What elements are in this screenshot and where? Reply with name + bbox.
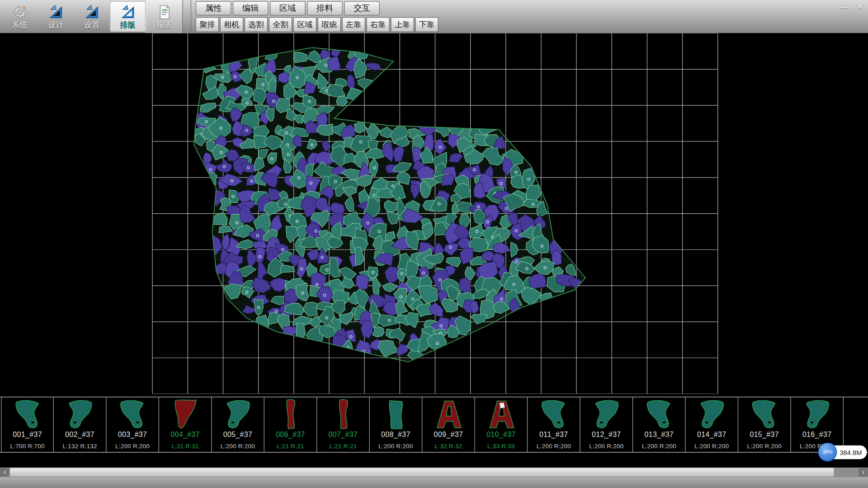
tool-align-right[interactable]: 右靠 — [366, 17, 389, 32]
tool-align-left[interactable]: 左靠 — [342, 17, 365, 32]
menu-nesting[interactable]: 排料 — [307, 1, 342, 15]
piece-name: 004_#37 — [170, 431, 200, 439]
app-window: 系统 设计 设置 排版 — [0, 0, 868, 488]
piece-lr-count: L:200 R:200 — [115, 443, 150, 450]
close-button[interactable]: ✕ — [855, 2, 865, 12]
piece-thumb-003_#37[interactable]: 003_#37L:200 R:200 — [106, 397, 159, 452]
menu-edit[interactable]: 编辑 — [233, 1, 268, 15]
set-square-icon — [48, 4, 63, 19]
gear-icon — [12, 4, 27, 19]
piece-name: 011_#37 — [539, 431, 568, 439]
nesting-canvas[interactable] — [0, 33, 868, 394]
piece-name: 007_#37 — [329, 431, 358, 439]
nav-label-layout: 排版 — [120, 20, 135, 29]
piece-thumb-014_#37[interactable]: 014_#37L:200 R:200 — [686, 397, 738, 452]
nav-label-system: 系统 — [12, 20, 27, 29]
menu-area: 属性 编辑 区域 排料 交互 聚排 相机 选割 全割 区域 瑕疵 左靠 右靠 上… — [191, 0, 439, 33]
menu-interaction[interactable]: 交互 — [344, 1, 379, 15]
piece-shape — [484, 399, 518, 431]
tool-camera[interactable]: 相机 — [220, 17, 243, 32]
menu-properties[interactable]: 属性 — [196, 1, 231, 15]
piece-thumb-009_#37[interactable]: 009_#37L:32 R:32 — [422, 397, 475, 452]
piece-shape — [10, 399, 45, 431]
piece-thumb-008_#37[interactable]: 008_#37L:200 R:200 — [370, 397, 422, 452]
tool-region[interactable]: 区域 — [293, 17, 316, 32]
piece-thumb-002_#37[interactable]: 002_#37L:132 R:132 — [54, 397, 106, 452]
nav-label-design: 设计 — [48, 20, 63, 29]
nav-design[interactable]: 设计 — [38, 0, 74, 33]
piece-name: 012_#37 — [592, 431, 621, 439]
piece-lr-count: L:200 R:200 — [694, 443, 729, 450]
progress-percent-badge: 38% — [818, 443, 837, 462]
nesting-drawing — [0, 33, 868, 394]
piece-thumb-012_#37[interactable]: 012_#37L:200 R:200 — [580, 397, 633, 452]
scroll-right-button[interactable]: › — [859, 468, 868, 477]
nav-label-settings: 设置 — [84, 20, 99, 29]
piece-name: 003_#37 — [118, 431, 147, 439]
nav-report[interactable]: 报表 — [146, 0, 183, 33]
piece-lr-count: L:132 R:132 — [62, 443, 97, 450]
piece-shape — [115, 399, 150, 431]
set-square-icon — [84, 4, 99, 19]
piece-shape — [168, 399, 202, 431]
minimize-button[interactable]: — — [839, 2, 849, 12]
piece-lr-count: L:32 R:32 — [435, 443, 462, 450]
tool-align-bottom[interactable]: 下靠 — [415, 17, 438, 32]
piece-thumb-006_#37[interactable]: 006_#37L:21 R:21 — [264, 397, 317, 452]
piece-lr-count: L:200 R:200 — [221, 443, 255, 450]
piece-name: 013_#37 — [644, 431, 674, 439]
piece-lr-count: L:33 R:33 — [487, 443, 515, 450]
tool-row: 聚排 相机 选割 全割 区域 瑕疵 左靠 右靠 上靠 下靠 — [196, 17, 439, 32]
piece-name: 001_#37 — [13, 431, 42, 439]
piece-thumb-011_#37[interactable]: 011_#37L:200 R:200 — [528, 397, 580, 452]
toolbar: 系统 设计 设置 排版 — [0, 0, 868, 33]
scroll-left-button[interactable]: ‹ — [0, 468, 9, 477]
piece-lr-count: L:21 R:21 — [330, 443, 357, 450]
piece-lr-count: L:200 R:200 — [537, 443, 571, 450]
scroll-thumb[interactable] — [9, 468, 834, 477]
nav-system[interactable]: 系统 — [2, 0, 38, 33]
piece-lr-count: L:200 R:200 — [642, 443, 676, 450]
tool-align-top[interactable]: 上靠 — [391, 17, 414, 32]
piece-thumb-004_#37[interactable]: 004_#37L:31 R:31 — [159, 397, 212, 452]
menu-row: 属性 编辑 区域 排料 交互 — [196, 1, 439, 15]
nav-layout[interactable]: 排版 — [110, 1, 146, 32]
piece-shape — [642, 399, 676, 431]
memory-indicator: 384.8M 38% — [818, 443, 868, 462]
tool-defect[interactable]: 瑕疵 — [318, 17, 341, 32]
menu-region[interactable]: 区域 — [270, 1, 305, 15]
nav-bar: 系统 设计 设置 排版 — [0, 0, 183, 33]
piece-thumb-015_#37[interactable]: 015_#37L:200 R:200 — [738, 397, 791, 452]
piece-lr-count: L:200 R:200 — [747, 443, 782, 450]
piece-name: 002_#37 — [65, 431, 94, 439]
piece-name: 016_#37 — [802, 431, 832, 439]
piece-thumb-013_#37[interactable]: 013_#37L:200 R:200 — [633, 397, 685, 452]
piece-name: 015_#37 — [750, 431, 779, 439]
piece-lr-count: L:200 R:200 — [589, 443, 623, 450]
piece-strip: 001_#37L:700 R:700002_#37L:132 R:132003_… — [0, 397, 868, 453]
piece-thumb-010_#37[interactable]: 010_#37L:33 R:33 — [475, 397, 528, 452]
piece-lr-count: L:31 R:31 — [171, 443, 199, 450]
piece-name: 006_#37 — [276, 431, 305, 439]
set-square-icon — [120, 4, 135, 19]
piece-shape — [326, 399, 360, 431]
status-bar — [0, 477, 868, 488]
piece-shape — [589, 399, 623, 431]
piece-shape — [378, 399, 413, 431]
piece-thumb-005_#37[interactable]: 005_#37L:200 R:200 — [212, 397, 264, 452]
horizontal-scrollbar[interactable]: ‹ › — [0, 468, 868, 477]
piece-name: 009_#37 — [434, 431, 463, 439]
nav-label-report: 报表 — [156, 20, 172, 29]
tool-cluster-nest[interactable]: 聚排 — [196, 17, 219, 32]
piece-thumb-007_#37[interactable]: 007_#37L:21 R:21 — [317, 397, 369, 452]
piece-lr-count: L:200 R:200 — [378, 443, 413, 450]
tool-cut-all[interactable]: 全割 — [269, 17, 292, 32]
piece-thumb-001_#37[interactable]: 001_#37L:700 R:700 — [1, 397, 53, 452]
piece-lr-count: L:21 R:21 — [277, 443, 304, 450]
piece-shape — [63, 399, 97, 431]
tool-select-cut[interactable]: 选割 — [245, 17, 268, 32]
piece-name: 014_#37 — [697, 431, 726, 439]
piece-shape — [747, 399, 782, 431]
piece-lr-count: L:700 R:700 — [10, 443, 45, 450]
nav-settings[interactable]: 设置 — [74, 0, 110, 33]
